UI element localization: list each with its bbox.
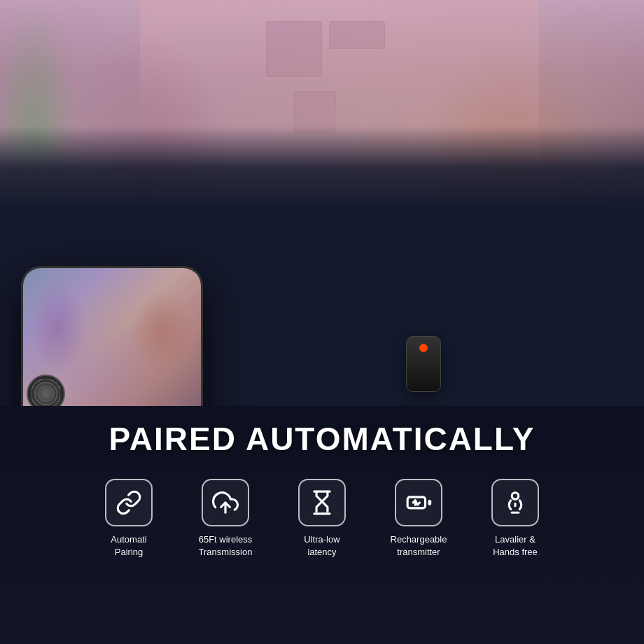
feature-wireless: 65Ft wirelessTransmission xyxy=(187,479,264,559)
main-title: PAIRED AUTOMATICALLY xyxy=(108,420,535,458)
auto-pairing-icon-box xyxy=(105,479,153,526)
svg-point-4 xyxy=(512,493,519,500)
rechargeable-icon-box xyxy=(395,479,442,526)
hourglass-icon xyxy=(309,489,335,516)
features-row: AutomatiPairing 65Ft wirelessTransmissio… xyxy=(69,479,575,559)
link-icon xyxy=(115,489,142,516)
wireless-icon-box xyxy=(202,479,249,526)
feature-rechargeable: Rechargeabletransmitter xyxy=(380,479,457,559)
cloud-upload-icon xyxy=(212,489,239,516)
person-mic-icon xyxy=(502,489,528,516)
feature-latency: Ultra-lowlatency xyxy=(284,479,360,559)
battery-icon xyxy=(405,489,432,516)
floating-transmitter xyxy=(406,336,441,392)
latency-icon-box xyxy=(298,479,346,526)
phone-power-button xyxy=(201,324,203,352)
feature-lavalier: Lavalier &Hands free xyxy=(477,479,554,559)
rechargeable-label: Rechargeabletransmitter xyxy=(391,533,447,559)
latency-label: Ultra-lowlatency xyxy=(304,533,340,559)
wireless-label: 65Ft wirelessTransmission xyxy=(199,533,253,559)
info-panel: PAIRED AUTOMATICALLY AutomatiPairing xyxy=(0,406,644,644)
phone-vol-up-button xyxy=(21,310,23,328)
lavalier-label: Lavalier &Hands free xyxy=(493,533,538,559)
main-container: PAIRED AUTOMATICALLY AutomatiPairing xyxy=(0,0,644,644)
feature-auto-pairing: AutomatiPairing xyxy=(90,479,167,559)
floating-transmitter-led xyxy=(419,344,428,352)
lavalier-icon-box xyxy=(491,479,539,526)
auto-pairing-label: AutomatiPairing xyxy=(111,533,146,559)
phone-vol-down-button xyxy=(21,335,23,363)
